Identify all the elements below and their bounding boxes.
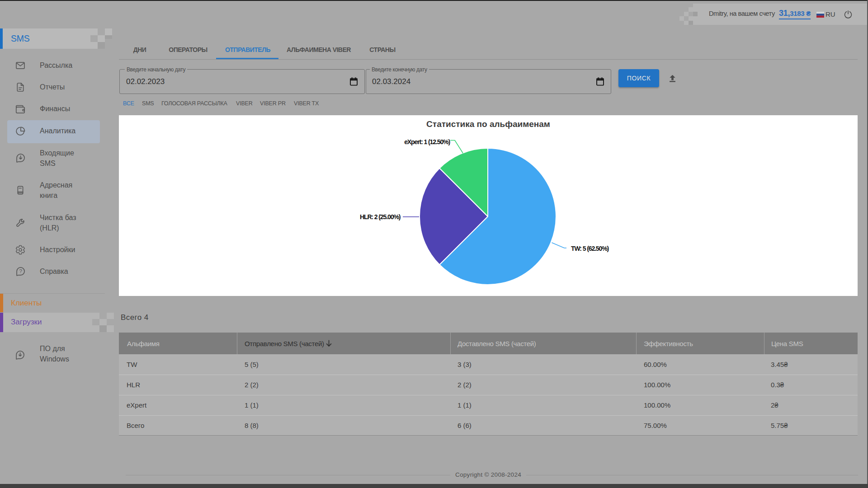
svg-text:?: ? (19, 268, 22, 274)
